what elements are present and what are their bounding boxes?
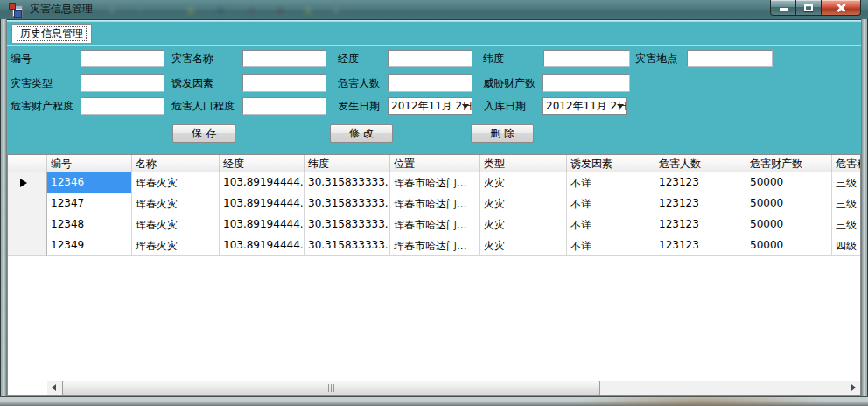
cell[interactable]: 123123 bbox=[655, 172, 746, 193]
tab-label: 历史信息管理 bbox=[17, 26, 87, 41]
cell[interactable]: 12348 bbox=[47, 214, 132, 235]
header-mingcheng[interactable]: 名称 bbox=[132, 155, 220, 172]
header-caichanshu[interactable]: 危害财产数 bbox=[746, 155, 832, 172]
row-header[interactable] bbox=[8, 214, 47, 235]
chevron-down-icon[interactable] bbox=[462, 104, 469, 108]
table-row: 12347 珲春火灾 103.89194444... 30.315833333.… bbox=[8, 193, 861, 214]
cell[interactable]: 123123 bbox=[655, 214, 746, 235]
weidu-field[interactable] bbox=[543, 50, 630, 67]
cell[interactable]: 珲春火灾 bbox=[132, 193, 220, 214]
header-yinsu[interactable]: 诱发因素 bbox=[567, 155, 655, 172]
cell[interactable]: 火灾 bbox=[480, 193, 567, 214]
caichan-chengdu-field[interactable] bbox=[80, 97, 164, 115]
jingdu-field[interactable] bbox=[388, 50, 472, 67]
cell[interactable]: 三级 bbox=[832, 172, 861, 193]
window-frame-right bbox=[861, 19, 868, 406]
caichanshu-field[interactable] bbox=[542, 74, 630, 92]
cell[interactable]: 四级 bbox=[832, 235, 861, 256]
cell[interactable]: 30.315833333... bbox=[304, 214, 390, 235]
cell[interactable]: 珲春市哈达门... bbox=[390, 193, 480, 214]
cell[interactable]: 12346 bbox=[47, 172, 132, 193]
header-weidu[interactable]: 纬度 bbox=[304, 155, 390, 172]
fasheng-riqi-datepicker[interactable]: 2012年11月 2日 bbox=[388, 97, 472, 115]
cell[interactable]: 12349 bbox=[47, 235, 132, 256]
scroll-right-button[interactable] bbox=[845, 381, 860, 396]
tab-history-info[interactable]: 历史信息管理 bbox=[11, 24, 92, 43]
scroll-left-button[interactable] bbox=[47, 381, 62, 396]
yinsu-field[interactable] bbox=[242, 74, 326, 92]
header-bianhao[interactable]: 编号 bbox=[47, 155, 132, 172]
table-row: 12349 珲春火灾 103.89194444... 30.315833333.… bbox=[8, 235, 861, 256]
chevron-down-icon[interactable] bbox=[617, 104, 624, 108]
cell[interactable]: 不详 bbox=[567, 193, 655, 214]
cell[interactable]: 珲春火灾 bbox=[132, 172, 220, 193]
minimize-icon bbox=[780, 8, 788, 10]
cell[interactable]: 103.89194444... bbox=[220, 235, 304, 256]
header-weizhi[interactable]: 位置 bbox=[390, 155, 480, 172]
header-renshu[interactable]: 危害人数 bbox=[655, 155, 746, 172]
header-chengdu[interactable]: 危害程度 bbox=[832, 155, 861, 172]
label-yinsu: 诱发因素 bbox=[172, 75, 214, 91]
modify-button[interactable]: 修 改 bbox=[330, 124, 393, 143]
cell[interactable]: 不详 bbox=[567, 235, 655, 256]
scrollbar-grip-icon bbox=[328, 384, 335, 392]
cell[interactable]: 珲春火灾 bbox=[132, 214, 220, 235]
label-leixing: 灾害类型 bbox=[10, 75, 52, 91]
cell[interactable]: 12347 bbox=[47, 193, 132, 214]
bianhao-field[interactable] bbox=[80, 50, 164, 67]
delete-button[interactable]: 删 除 bbox=[471, 124, 534, 143]
save-button[interactable]: 保 存 bbox=[172, 124, 235, 143]
renkou-chengdu-field[interactable] bbox=[242, 97, 326, 115]
cell[interactable]: 不详 bbox=[567, 214, 655, 235]
header-row-selector[interactable] bbox=[8, 155, 47, 172]
cell[interactable]: 123123 bbox=[655, 193, 746, 214]
cell[interactable]: 123123 bbox=[655, 235, 746, 256]
tab-separator bbox=[7, 45, 861, 46]
row-header[interactable] bbox=[8, 235, 47, 256]
cell[interactable]: 103.89194444... bbox=[220, 214, 304, 235]
cell[interactable]: 珲春火灾 bbox=[132, 235, 220, 256]
cell[interactable]: 不详 bbox=[567, 172, 655, 193]
header-jingdu[interactable]: 经度 bbox=[220, 155, 304, 172]
cell[interactable]: 火灾 bbox=[480, 172, 567, 193]
horizontal-scrollbar[interactable] bbox=[47, 381, 860, 396]
cell[interactable]: 103.89194444... bbox=[220, 172, 304, 193]
label-caichanshu: 威胁财产数 bbox=[483, 75, 536, 91]
cell[interactable]: 50000 bbox=[746, 235, 832, 256]
title-bar[interactable]: 灾害信息管理 bbox=[0, 0, 868, 20]
cell[interactable]: 30.315833333... bbox=[304, 193, 390, 214]
mingcheng-field[interactable] bbox=[242, 50, 326, 67]
cell[interactable]: 50000 bbox=[746, 172, 832, 193]
renshu-field[interactable] bbox=[388, 74, 472, 92]
label-didian: 灾害地点 bbox=[635, 51, 677, 66]
cell[interactable]: 三级 bbox=[832, 214, 861, 235]
cell[interactable]: 珲春市哈达门... bbox=[390, 235, 480, 256]
didian-field[interactable] bbox=[687, 50, 773, 67]
cell[interactable]: 火灾 bbox=[480, 214, 567, 235]
scrollbar-thumb[interactable] bbox=[62, 381, 600, 396]
row-header[interactable] bbox=[8, 172, 47, 193]
app-icon bbox=[9, 3, 23, 17]
client-area: 历史信息管理 编号 灾害名称 经度 纬度 灾害地点 灾害类型 诱发因素 危害人数… bbox=[7, 22, 861, 396]
cell[interactable]: 三级 bbox=[832, 193, 861, 214]
leixing-field[interactable] bbox=[80, 74, 164, 92]
minimize-button[interactable] bbox=[770, 0, 796, 16]
cell[interactable]: 50000 bbox=[746, 214, 832, 235]
close-button[interactable] bbox=[821, 0, 861, 16]
cell[interactable]: 103.89194444... bbox=[220, 193, 304, 214]
cell[interactable]: 珲春市哈达门... bbox=[390, 214, 480, 235]
window-frame-bottom bbox=[0, 396, 868, 406]
cell[interactable]: 50000 bbox=[746, 193, 832, 214]
ruku-riqi-datepicker[interactable]: 2012年11月 2日 bbox=[542, 97, 627, 115]
cell[interactable]: 火灾 bbox=[480, 235, 567, 256]
window-frame-left bbox=[0, 19, 7, 406]
cell[interactable]: 珲春市哈达门... bbox=[390, 172, 480, 193]
maximize-button[interactable] bbox=[796, 0, 821, 16]
header-leixing[interactable]: 类型 bbox=[480, 155, 567, 172]
label-renshu: 危害人数 bbox=[338, 75, 380, 91]
arrow-right-icon bbox=[851, 384, 856, 391]
cell[interactable]: 30.315833333... bbox=[304, 172, 390, 193]
cell[interactable]: 30.315833333... bbox=[304, 235, 390, 256]
row-header[interactable] bbox=[8, 193, 47, 214]
titlebar-glass-reflections bbox=[0, 0, 868, 19]
